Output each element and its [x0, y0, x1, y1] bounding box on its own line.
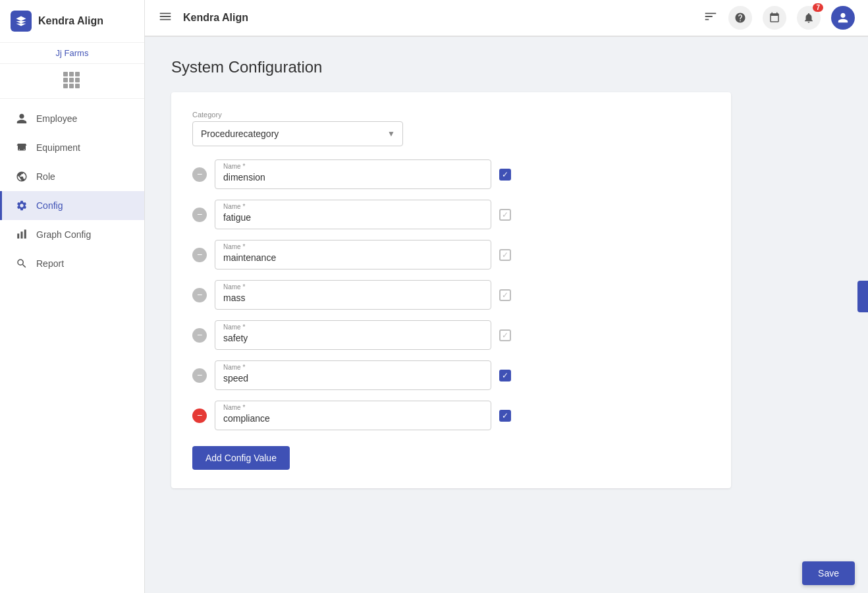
config-row: − Name *: [192, 159, 710, 189]
active-checkbox[interactable]: [499, 329, 511, 341]
active-checkbox[interactable]: [499, 169, 511, 181]
svg-rect-0: [17, 234, 19, 239]
grid-icon: [63, 72, 82, 90]
save-button[interactable]: Save: [802, 561, 855, 585]
sidebar-item-employee[interactable]: Employee: [0, 104, 144, 133]
globe-icon: [15, 170, 28, 183]
page-title: System Configuration: [171, 58, 842, 76]
main-container: Kendra Align 7 System Configuration: [145, 0, 868, 593]
name-field-input[interactable]: [223, 252, 483, 263]
active-checkbox[interactable]: [499, 370, 511, 381]
active-checkbox[interactable]: [499, 410, 511, 422]
sidebar-item-graph-config[interactable]: Graph Config: [0, 220, 144, 249]
sidebar-item-label: Equipment: [36, 142, 80, 153]
topbar-title: Kendra Align: [183, 12, 693, 24]
name-field-input[interactable]: [223, 172, 483, 183]
sidebar-item-label: Config: [36, 200, 63, 211]
config-card: Category Procedurecategory ▼ − Name * −: [171, 92, 731, 488]
help-button[interactable]: [728, 6, 752, 30]
active-checkbox[interactable]: [499, 249, 511, 261]
sidebar-item-label: Role: [36, 171, 55, 182]
calendar-button[interactable]: [763, 6, 786, 30]
category-label: Category: [192, 111, 710, 119]
category-field-group: Category Procedurecategory ▼: [192, 111, 710, 146]
topbar: Kendra Align 7: [145, 0, 868, 37]
remove-row-button[interactable]: −: [192, 368, 207, 383]
save-bar: Save: [789, 553, 868, 593]
remove-row-button[interactable]: −: [192, 248, 207, 262]
topbar-actions: 7: [728, 6, 855, 30]
config-row: − Name *: [192, 360, 710, 390]
svg-rect-1: [21, 232, 23, 239]
filter-icon[interactable]: [703, 9, 718, 26]
search-icon: [15, 257, 28, 270]
right-edge-handle[interactable]: [857, 281, 868, 312]
name-field-input[interactable]: [223, 293, 483, 303]
add-config-button[interactable]: Add Config Value: [192, 446, 290, 470]
config-row: − Name *: [192, 320, 710, 350]
config-row: − Name *: [192, 280, 710, 310]
active-checkbox[interactable]: [499, 209, 511, 221]
sidebar-item-label: Graph Config: [36, 229, 91, 240]
name-field-wrapper: Name *: [215, 200, 491, 229]
remove-row-button[interactable]: −: [192, 167, 207, 182]
category-select-wrapper: Procedurecategory ▼: [192, 121, 403, 146]
nav-menu: Employee Equipment Role Config: [0, 99, 144, 593]
name-field-wrapper: Name *: [215, 360, 491, 390]
name-field-wrapper: Name *: [215, 280, 491, 310]
name-field-input[interactable]: [223, 212, 483, 223]
name-field-input[interactable]: [223, 373, 483, 383]
menu-icon[interactable]: [158, 9, 173, 27]
sidebar-item-role[interactable]: Role: [0, 162, 144, 191]
sidebar-item-label: Employee: [36, 113, 77, 124]
app-logo: [11, 11, 32, 32]
name-field-label: Name *: [223, 243, 483, 250]
category-select[interactable]: Procedurecategory: [192, 121, 403, 146]
name-field-label: Name *: [223, 203, 483, 210]
active-checkbox[interactable]: [499, 289, 511, 301]
name-field-label: Name *: [223, 404, 483, 411]
user-avatar-button[interactable]: [831, 6, 855, 30]
name-field-input[interactable]: [223, 333, 483, 343]
name-field-input[interactable]: [223, 413, 483, 424]
name-field-wrapper: Name *: [215, 159, 491, 189]
name-field-label: Name *: [223, 163, 483, 170]
name-field-wrapper: Name *: [215, 320, 491, 350]
config-row: − Name *: [192, 240, 710, 269]
graph-icon: [15, 228, 28, 241]
org-name: Jj Farms: [0, 43, 144, 64]
name-field-label: Name *: [223, 364, 483, 371]
sidebar-header: Kendra Align: [0, 0, 144, 43]
sidebar: Kendra Align Jj Farms Employee Equipment: [0, 0, 145, 593]
config-rows-list: − Name * − Name * − Name * − Name *: [192, 159, 710, 430]
name-field-wrapper: Name *: [215, 240, 491, 269]
name-field-label: Name *: [223, 324, 483, 331]
sidebar-item-label: Report: [36, 258, 64, 269]
notifications-button[interactable]: 7: [797, 6, 821, 30]
name-field-label: Name *: [223, 283, 483, 291]
remove-row-button[interactable]: −: [192, 328, 207, 343]
sidebar-item-report[interactable]: Report: [0, 249, 144, 278]
remove-row-button[interactable]: −: [192, 409, 207, 423]
notification-badge: 7: [813, 3, 823, 12]
content-area: System Configuration Category Procedurec…: [145, 37, 868, 593]
sidebar-item-equipment[interactable]: Equipment: [0, 133, 144, 162]
remove-row-button[interactable]: −: [192, 208, 207, 222]
config-row: − Name *: [192, 200, 710, 229]
name-field-wrapper: Name *: [215, 401, 491, 430]
sidebar-item-config[interactable]: Config: [0, 191, 144, 220]
apps-grid-button[interactable]: [0, 64, 144, 99]
remove-row-button[interactable]: −: [192, 288, 207, 302]
svg-rect-2: [24, 230, 26, 239]
equipment-icon: [15, 141, 28, 154]
settings-icon: [15, 199, 28, 212]
config-row: − Name *: [192, 401, 710, 430]
app-name: Kendra Align: [38, 15, 103, 27]
person-icon: [15, 112, 28, 125]
